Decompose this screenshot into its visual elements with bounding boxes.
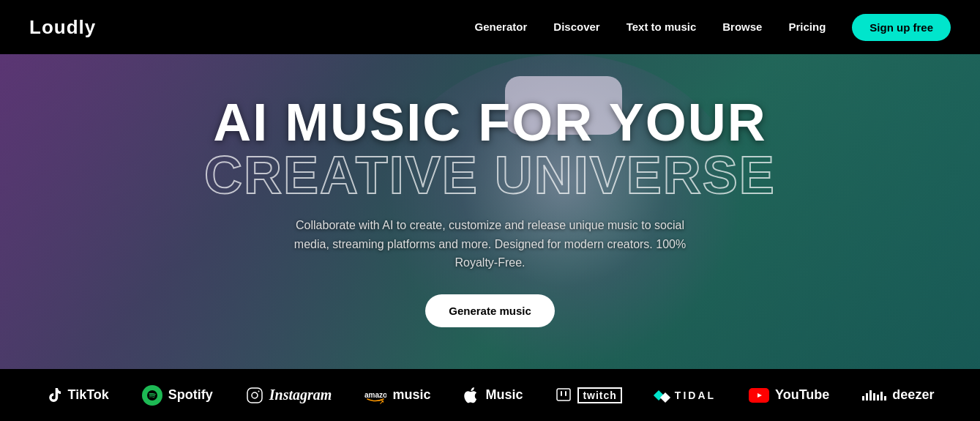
apple-label: Music	[485, 387, 523, 403]
navbar: Loudly Generator Discover Text to music …	[0, 0, 980, 54]
nav-item-text-to-music[interactable]: Text to music	[626, 21, 697, 34]
deezer-icon	[862, 390, 886, 400]
hero-title-line1: AI MUSIC FOR YOUR	[213, 96, 767, 149]
hero-content: AI MUSIC FOR YOUR CREATIVE UNIVERSE Coll…	[0, 54, 980, 369]
tidal-icon	[655, 390, 669, 401]
brand-spotify: Spotify	[142, 385, 213, 406]
hero-title-line2: CREATIVE UNIVERSE	[204, 149, 776, 201]
tiktok-label: TikTok	[67, 387, 108, 403]
hero-subtitle: Collaborate with AI to create, customize…	[285, 216, 695, 272]
svg-rect-6	[561, 391, 562, 396]
signup-button[interactable]: Sign up free	[852, 14, 951, 41]
svg-text:amazon: amazon	[364, 391, 386, 399]
brand-apple: Music	[463, 387, 523, 403]
svg-point-2	[258, 390, 259, 392]
apple-icon	[463, 387, 479, 403]
svg-marker-8	[758, 393, 762, 398]
brand-deezer: deezer	[862, 387, 934, 403]
generate-music-button[interactable]: Generate music	[425, 294, 555, 327]
amazon-icon: amazon ↗	[364, 384, 386, 406]
youtube-icon	[749, 388, 769, 403]
twitch-label: twitch	[577, 387, 621, 403]
brand-amazon: amazon ↗ music	[364, 384, 430, 406]
nav-item-pricing[interactable]: Pricing	[788, 21, 826, 34]
instagram-label: Instagram	[269, 387, 332, 403]
brand-youtube: YouTube	[749, 387, 829, 403]
youtube-label: YouTube	[775, 387, 829, 403]
spotify-label: Spotify	[168, 387, 213, 403]
nav-item-discover[interactable]: Discover	[553, 21, 599, 34]
amazon-label: music	[392, 387, 430, 403]
svg-point-1	[252, 392, 258, 398]
tiktok-icon	[45, 387, 61, 403]
nav-item-generator[interactable]: Generator	[475, 21, 528, 34]
svg-rect-0	[247, 388, 262, 403]
nav-links: Generator Discover Text to music Browse …	[475, 14, 951, 41]
brand-tiktok: TikTok	[45, 387, 108, 403]
brand-tidal: TIDAL	[655, 390, 716, 401]
brand-bar: TikTok Spotify Instagram amazon	[0, 369, 980, 421]
spotify-icon	[142, 385, 162, 406]
brand-instagram: Instagram	[246, 387, 332, 404]
brand-twitch: twitch	[556, 387, 621, 403]
hero-section: AI MUSIC FOR YOUR CREATIVE UNIVERSE Coll…	[0, 54, 980, 369]
tidal-label: TIDAL	[675, 390, 716, 401]
logo[interactable]: Loudly	[29, 16, 96, 39]
svg-rect-7	[565, 391, 566, 396]
twitch-icon	[556, 387, 572, 403]
nav-item-browse[interactable]: Browse	[722, 21, 762, 34]
nav-cta[interactable]: Sign up free	[852, 14, 951, 41]
instagram-icon	[246, 387, 263, 404]
deezer-label: deezer	[892, 387, 934, 403]
svg-rect-5	[557, 389, 570, 400]
svg-text:↗: ↗	[379, 399, 384, 406]
